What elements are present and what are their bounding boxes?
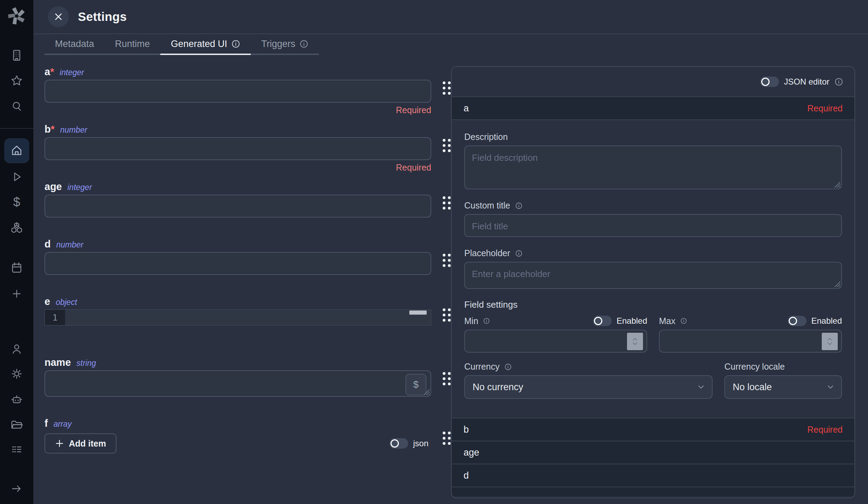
drag-handle-icon[interactable] xyxy=(443,196,451,210)
field-name-textarea[interactable]: $ xyxy=(45,370,431,397)
drag-handle-icon[interactable] xyxy=(443,372,451,385)
form-field-age: age integer xyxy=(45,181,431,230)
field-type: integer xyxy=(59,68,84,77)
field-row-partial[interactable] xyxy=(452,487,854,496)
placeholder-placeholder: Enter a placeholder xyxy=(472,269,550,279)
required-note: Required xyxy=(45,105,431,115)
sidebar-item-home-active[interactable] xyxy=(4,138,29,163)
drag-handle-icon[interactable] xyxy=(443,81,451,95)
field-a-input[interactable] xyxy=(45,80,431,103)
field-type: object xyxy=(56,298,77,307)
sidebar-item-favorites[interactable] xyxy=(0,73,33,88)
variable-picker-button[interactable]: $ xyxy=(405,374,426,395)
sidebar-divider xyxy=(0,128,33,129)
required-note: Required xyxy=(45,162,431,173)
editor-content[interactable] xyxy=(65,310,431,325)
star-icon xyxy=(10,74,24,88)
json-mode-toggle[interactable] xyxy=(389,438,408,449)
form-field-name: name string $ xyxy=(45,357,431,409)
sidebar-item-workers[interactable] xyxy=(0,392,33,407)
sidebar-item-variables[interactable]: $ xyxy=(0,195,33,210)
tab-label: Runtime xyxy=(115,39,150,49)
field-name: e xyxy=(45,296,50,307)
drag-handle-icon[interactable] xyxy=(443,254,451,267)
form-field-b: b* number Required xyxy=(45,124,431,173)
field-row-name: age xyxy=(464,447,479,458)
field-label: d number xyxy=(45,238,431,250)
max-number-input[interactable] xyxy=(659,330,842,353)
number-stepper[interactable] xyxy=(627,333,643,350)
field-row-d[interactable]: d xyxy=(452,464,854,487)
drag-handle-icon[interactable] xyxy=(443,308,451,322)
json-editor-toggle[interactable] xyxy=(760,77,779,87)
field-type: integer xyxy=(67,183,92,192)
sidebar-item-users[interactable] xyxy=(0,341,33,357)
currency-select[interactable]: No currency xyxy=(464,375,713,399)
currency-setting: Currency No currency xyxy=(464,362,713,399)
add-item-button[interactable]: Add item xyxy=(45,433,116,454)
tab-label: Triggers xyxy=(261,39,295,49)
field-row-name: b xyxy=(464,424,469,435)
resize-grip-icon[interactable] xyxy=(834,281,840,287)
sidebar-item-runs[interactable] xyxy=(0,169,33,184)
field-label: b* number xyxy=(45,124,431,135)
tab-runtime[interactable]: Runtime xyxy=(105,34,161,54)
calendar-icon xyxy=(10,261,24,275)
min-number-input[interactable] xyxy=(464,330,647,353)
max-enabled-toggle[interactable] xyxy=(788,316,806,326)
editor-line-number: 1 xyxy=(45,310,65,325)
robot-icon xyxy=(10,393,24,407)
object-json-editor[interactable]: 1 xyxy=(45,309,431,325)
json-editor-row: JSON editor xyxy=(452,67,854,96)
sidebar-item-create[interactable] xyxy=(0,286,33,301)
number-stepper[interactable] xyxy=(822,333,838,350)
sidebar-item-resources[interactable] xyxy=(0,220,33,235)
user-icon xyxy=(10,342,24,356)
field-row-b[interactable]: b Required xyxy=(452,418,854,441)
currency-value: No currency xyxy=(473,382,523,393)
plus-icon xyxy=(10,288,23,300)
settings-header: Settings xyxy=(33,0,868,34)
field-row-a-selected[interactable]: a Required xyxy=(452,96,854,119)
field-age-input[interactable] xyxy=(45,195,431,218)
sidebar-item-workspace[interactable] xyxy=(0,48,33,63)
custom-title-input[interactable]: Field title xyxy=(464,214,842,237)
sidebar-item-folders[interactable] xyxy=(0,417,33,433)
placeholder-label: Placeholder xyxy=(464,248,842,258)
tab-generated-ui[interactable]: Generated UI xyxy=(160,34,251,55)
field-name: d xyxy=(45,238,51,250)
sidebar-item-settings[interactable] xyxy=(0,366,33,381)
gear-icon xyxy=(10,367,24,381)
field-label: e object xyxy=(45,296,431,307)
drag-handle-icon[interactable] xyxy=(443,432,451,445)
field-type: number xyxy=(56,240,83,250)
chevron-down-icon xyxy=(697,383,706,392)
drag-handle-icon[interactable] xyxy=(443,139,451,152)
min-enabled-label: Enabled xyxy=(617,316,647,326)
list-icon xyxy=(10,442,24,456)
placeholder-textarea[interactable]: Enter a placeholder xyxy=(464,262,842,289)
page-title: Settings xyxy=(78,10,127,24)
currency-locale-select[interactable]: No locale xyxy=(724,375,842,399)
close-icon xyxy=(54,13,63,21)
windmill-logo-icon[interactable] xyxy=(0,5,33,27)
sidebar-item-logs[interactable] xyxy=(0,442,33,457)
min-enabled-toggle[interactable] xyxy=(593,316,612,326)
sidebar-item-schedules[interactable] xyxy=(0,260,33,276)
tab-triggers[interactable]: Triggers xyxy=(251,34,319,54)
sidebar-item-search[interactable] xyxy=(0,99,33,114)
field-row-age[interactable]: age xyxy=(452,441,854,464)
resize-grip-icon[interactable] xyxy=(834,181,840,188)
field-name: a xyxy=(45,66,50,77)
tab-metadata[interactable]: Metadata xyxy=(45,34,105,54)
sidebar-expand-button[interactable] xyxy=(0,481,33,496)
close-button[interactable] xyxy=(48,6,69,27)
field-d-input[interactable] xyxy=(45,252,431,275)
editor-scrollbar[interactable] xyxy=(409,310,427,315)
field-b-input[interactable] xyxy=(45,137,431,160)
info-icon xyxy=(504,363,512,371)
required-note xyxy=(45,220,431,230)
chevron-down-icon xyxy=(826,383,835,392)
description-textarea[interactable]: Field description xyxy=(464,145,842,189)
info-icon xyxy=(483,317,490,324)
